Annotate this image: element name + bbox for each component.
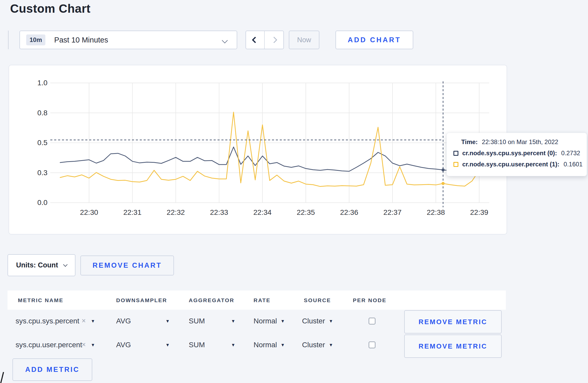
rate-select[interactable]: Normal xyxy=(254,317,277,325)
col-header-metric-name: METRIC NAME xyxy=(18,297,64,303)
source-caret-icon[interactable]: ▼ xyxy=(329,319,333,324)
now-button[interactable]: Now xyxy=(289,31,319,49)
time-range-dropdown[interactable]: 10m Past 10 Minutes xyxy=(19,31,237,49)
x-axis-tick-label: 22:32 xyxy=(160,208,191,217)
x-axis-tick-label: 22:39 xyxy=(464,208,495,217)
remove-metric-button[interactable]: REMOVE METRIC xyxy=(404,310,502,334)
tooltip-series-user-label: cr.node.sys.cpu.user.percent (1): xyxy=(462,161,559,168)
aggregator-select[interactable]: SUM xyxy=(189,341,205,349)
clear-metric-icon[interactable]: × xyxy=(82,341,86,349)
col-header-source: SOURCE xyxy=(304,297,331,303)
prev-time-button[interactable] xyxy=(246,31,265,49)
col-header-rate: RATE xyxy=(254,297,271,303)
controls-divider xyxy=(8,31,9,49)
clear-metric-icon[interactable]: × xyxy=(82,317,86,325)
x-axis-tick-label: 22:36 xyxy=(334,208,365,217)
series-sys-swatch-icon xyxy=(453,151,458,156)
x-axis-tick-label: 22:38 xyxy=(420,208,451,217)
tooltip-series-sys-value: 0.2732 xyxy=(561,150,580,157)
next-time-button[interactable] xyxy=(265,31,283,49)
metric-dropdown-caret-icon[interactable]: ▼ xyxy=(91,343,95,348)
metric-name-value[interactable]: sys.cpu.user.percent xyxy=(16,341,82,349)
x-axis-tick-label: 22:31 xyxy=(117,208,148,217)
metric-dropdown-caret-icon[interactable]: ▼ xyxy=(91,319,95,324)
aggregator-caret-icon[interactable]: ▼ xyxy=(231,343,235,348)
y-axis-tick-label: 0.8 xyxy=(29,109,47,117)
time-range-badge: 10m xyxy=(26,34,45,45)
x-axis-tick-label: 22:34 xyxy=(247,208,278,217)
time-nav-group xyxy=(246,31,284,49)
per-node-checkbox[interactable] xyxy=(369,342,375,348)
rate-caret-icon[interactable]: ▼ xyxy=(281,343,285,348)
tooltip-time-value: 22:38:10 on Mar 15th, 2022 xyxy=(482,138,558,146)
hover-point-dot xyxy=(442,168,445,172)
chart-card: 1.00.80.50.30.022:3022:3122:3222:3322:34… xyxy=(9,65,507,235)
tooltip-series-user-value: 0.1601 xyxy=(564,161,583,168)
y-axis-tick-label: 0.0 xyxy=(29,198,47,207)
page-title: Custom Chart xyxy=(10,2,90,16)
source-caret-icon[interactable]: ▼ xyxy=(329,343,333,348)
chevron-left-icon xyxy=(252,37,258,43)
x-axis-tick-label: 22:37 xyxy=(377,208,408,217)
time-range-label: Past 10 Minutes xyxy=(54,36,108,44)
remove-chart-button[interactable]: REMOVE CHART xyxy=(80,256,174,275)
tooltip-time-label: Time: xyxy=(461,138,478,146)
chevron-down-icon xyxy=(222,38,228,44)
aggregator-caret-icon[interactable]: ▼ xyxy=(231,319,235,324)
add-chart-button[interactable]: ADD CHART xyxy=(335,31,413,49)
col-header-downsampler: DOWNSAMPLER xyxy=(116,297,167,303)
source-select[interactable]: Cluster xyxy=(302,341,325,349)
hover-point-dot xyxy=(442,182,445,185)
rate-select[interactable]: Normal xyxy=(254,341,277,349)
units-label: Units: Count xyxy=(16,261,58,269)
chart-tooltip: Time: 22:38:10 on Mar 15th, 2022 cr.node… xyxy=(446,133,587,176)
y-axis-tick-label: 0.3 xyxy=(29,169,47,177)
per-node-checkbox[interactable] xyxy=(369,318,375,324)
units-dropdown[interactable]: Units: Count xyxy=(8,254,75,276)
series-line xyxy=(60,147,486,171)
col-header-aggregator: AGGREGATOR xyxy=(189,297,234,303)
y-axis-tick-label: 0.5 xyxy=(29,139,47,147)
remove-metric-button[interactable]: REMOVE METRIC xyxy=(404,335,502,358)
chevron-right-icon xyxy=(271,37,277,43)
col-header-per-node: PER NODE xyxy=(353,297,387,303)
metric-name-value[interactable]: sys.cpu.sys.percent xyxy=(16,317,79,325)
chevron-down-icon xyxy=(63,262,67,267)
y-axis-tick-label: 1.0 xyxy=(29,79,47,87)
x-axis-tick-label: 22:35 xyxy=(290,208,321,217)
series-user-swatch-icon xyxy=(453,162,458,167)
add-metric-button[interactable]: ADD METRIC xyxy=(12,358,92,381)
aggregator-select[interactable]: SUM xyxy=(189,317,205,325)
source-select[interactable]: Cluster xyxy=(302,317,325,325)
downsampler-caret-icon[interactable]: ▼ xyxy=(165,343,170,348)
rate-caret-icon[interactable]: ▼ xyxy=(281,319,285,324)
downsampler-caret-icon[interactable]: ▼ xyxy=(165,319,170,324)
tooltip-series-sys-label: cr.node.sys.cpu.sys.percent (0): xyxy=(462,150,557,157)
x-axis-tick-label: 22:30 xyxy=(74,208,105,217)
x-axis-tick-label: 22:33 xyxy=(204,208,235,217)
downsampler-select[interactable]: AVG xyxy=(116,317,131,325)
series-line xyxy=(60,112,486,187)
downsampler-select[interactable]: AVG xyxy=(116,341,131,349)
screenshot-corner-artifact xyxy=(0,372,4,383)
